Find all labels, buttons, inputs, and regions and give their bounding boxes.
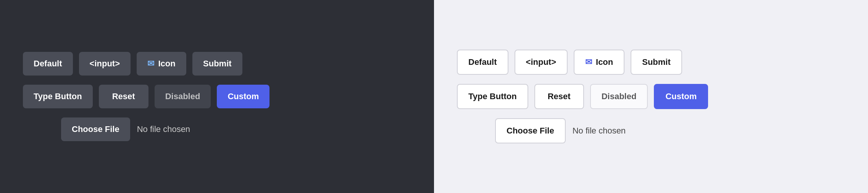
dark-disabled-button: Disabled — [155, 85, 211, 108]
light-file-row: Choose File No file chosen — [495, 118, 626, 143]
dark-type-button[interactable]: Type Button — [23, 85, 93, 108]
dark-submit-button[interactable]: Submit — [192, 52, 242, 76]
light-type-button[interactable]: Type Button — [457, 84, 528, 109]
mail-icon: ✉ — [147, 59, 154, 69]
light-custom-button[interactable]: Custom — [654, 84, 708, 109]
dark-default-button[interactable]: Default — [23, 52, 73, 76]
dark-icon-label: Icon — [158, 59, 175, 69]
light-choose-file-button[interactable]: Choose File — [495, 118, 566, 143]
light-default-button[interactable]: Default — [457, 50, 508, 75]
dark-row-1: Default <input> ✉ Icon Submit — [23, 52, 242, 76]
light-input-button[interactable]: <input> — [515, 50, 568, 75]
light-reset-button[interactable]: Reset — [534, 84, 584, 109]
light-row-1: Default <input> ✉ Icon Submit — [457, 50, 682, 75]
dark-row-2: Type Button Reset Disabled Custom — [23, 85, 269, 108]
mail-icon-light: ✉ — [585, 57, 592, 67]
light-file-status: No file chosen — [573, 126, 626, 136]
dark-choose-file-button[interactable]: Choose File — [61, 117, 130, 141]
light-icon-label: Icon — [596, 57, 613, 67]
dark-custom-button[interactable]: Custom — [217, 85, 269, 108]
dark-reset-button[interactable]: Reset — [99, 85, 148, 108]
dark-input-button[interactable]: <input> — [79, 52, 131, 76]
dark-icon-button[interactable]: ✉ Icon — [137, 52, 186, 76]
light-submit-button[interactable]: Submit — [631, 50, 682, 75]
light-panel: Default <input> ✉ Icon Submit Type Butto… — [434, 0, 868, 193]
light-disabled-button: Disabled — [590, 84, 648, 109]
dark-file-row: Choose File No file chosen — [61, 117, 190, 141]
light-icon-button[interactable]: ✉ Icon — [574, 50, 624, 75]
dark-panel: Default <input> ✉ Icon Submit Type Butto… — [0, 0, 434, 193]
dark-file-status: No file chosen — [137, 124, 190, 134]
light-row-2: Type Button Reset Disabled Custom — [457, 84, 708, 109]
